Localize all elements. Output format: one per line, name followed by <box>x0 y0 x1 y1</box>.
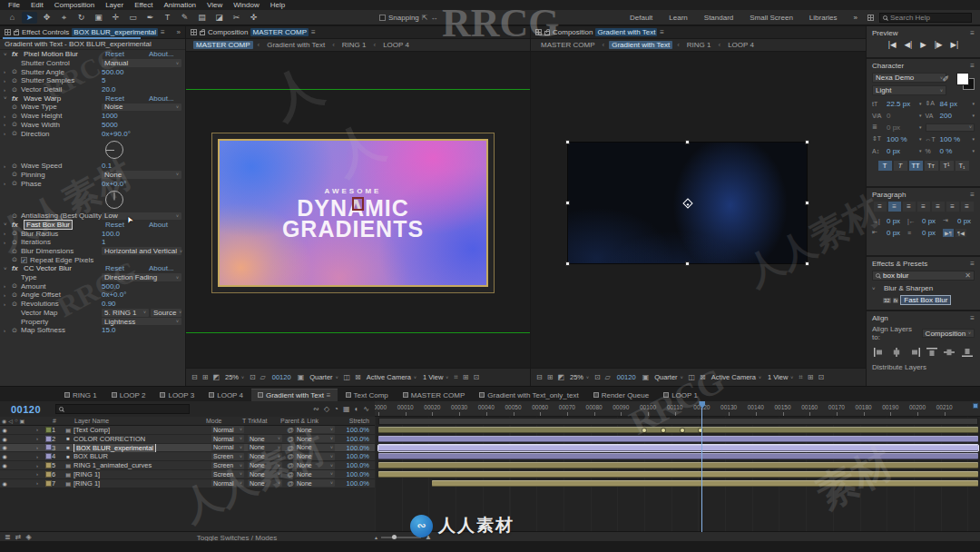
justify-last-right-button[interactable]: ≡ <box>946 202 959 212</box>
timeline-tab-text-comp[interactable]: Text Comp <box>339 389 395 401</box>
indent-left-field[interactable]: →|0 px <box>872 216 904 225</box>
layer-row-1[interactable]: ◉›1▤[Text Comp]Normal˅@None˅100.0% <box>0 426 375 435</box>
font-size-field[interactable]: tT22.5 px▾ <box>872 99 922 108</box>
menu-item-window[interactable]: Window <box>228 1 264 9</box>
motion-blur-icon[interactable]: ◐ <box>354 405 358 413</box>
effect-header-cc-vector-blur[interactable]: ˅fxCC Vector BlurResetAbout... <box>0 264 185 273</box>
panel-menu-icon[interactable]: ≡ <box>970 29 975 37</box>
timeline-link-icon[interactable]: ⌗ <box>798 373 804 382</box>
kerning-field[interactable]: V∕A0▾ <box>872 111 922 120</box>
composition-a-tab-target[interactable]: MASTER COMP <box>250 28 309 36</box>
font-style-select[interactable]: Light˅ <box>872 85 946 95</box>
workspace-overflow[interactable]: » <box>846 14 866 22</box>
guide-line-bottom[interactable] <box>186 332 530 333</box>
effect-header-wave-warp[interactable]: ˅fxWave WarpResetAbout... <box>0 94 185 103</box>
param-select[interactable]: Lightness˅ <box>102 318 181 326</box>
composition-a-tab-title[interactable]: Composition <box>208 28 248 36</box>
menu-item-edit[interactable]: Edit <box>25 1 49 9</box>
baseline-shift-field-value[interactable]: 0 px <box>887 147 900 155</box>
twirl-right-icon[interactable]: › <box>4 181 12 186</box>
fast-previews-icon[interactable]: ◫ <box>688 373 697 381</box>
brush-tool[interactable]: ✎ <box>177 12 192 24</box>
param-value[interactable]: 15.0 <box>102 326 116 334</box>
stroke-width-field[interactable]: ≣0 px▾ <box>872 123 922 132</box>
layer-label-chip[interactable] <box>45 471 52 478</box>
vertical-scale-field-value[interactable]: 100 % <box>887 135 907 143</box>
horizontal-scale-field-value[interactable]: 100 % <box>940 135 961 143</box>
anchor-point[interactable] <box>682 198 692 208</box>
stopwatch-icon[interactable]: ⊙ <box>12 230 21 237</box>
stopwatch-icon[interactable]: ⊙ <box>12 301 21 308</box>
fast-previews-icon[interactable]: ◫ <box>343 373 352 381</box>
twirl-right-icon[interactable]: › <box>4 240 12 245</box>
layer-parent-select[interactable]: None˅ <box>295 426 335 433</box>
tracking-field-value[interactable]: 200 <box>940 112 952 120</box>
workspace-standard[interactable]: Standard <box>696 14 741 22</box>
frame-blending-icon[interactable]: ▦ <box>343 405 350 413</box>
layer-stretch-value[interactable]: 100.0% <box>335 444 375 452</box>
snap-options-icon[interactable]: ↔ <box>431 14 438 22</box>
stopwatch-icon[interactable]: ⊙ <box>12 121 21 128</box>
reset-link[interactable]: Reset <box>105 50 149 58</box>
panel-menu-icon[interactable]: ≡ <box>970 314 975 322</box>
panel-menu-icon[interactable]: ≡ <box>161 28 165 36</box>
param-select[interactable]: Manual˅ <box>102 59 181 67</box>
composition-b-viewer[interactable] <box>531 52 866 368</box>
menu-item-layer[interactable]: Layer <box>100 1 129 9</box>
stopwatch-icon[interactable]: ⊙ <box>12 113 21 120</box>
subscript-button[interactable]: T₁ <box>956 161 969 171</box>
selection-handle[interactable] <box>685 261 690 266</box>
selection-handle[interactable] <box>805 201 809 205</box>
align-vertical-center-button[interactable] <box>944 347 955 357</box>
puppet-pin-tool[interactable]: ✜ <box>246 12 261 24</box>
work-area-end-handle[interactable] <box>973 403 978 409</box>
stepper-icon[interactable]: ▾ <box>919 113 922 118</box>
timeline-tab-loop-1[interactable]: LOOP 1 <box>657 389 704 401</box>
menu-item-help[interactable]: Help <box>265 1 290 9</box>
param-value[interactable]: 5000 <box>102 121 118 129</box>
layer-name[interactable]: [RING 1] <box>74 470 211 478</box>
stepper-icon[interactable]: ▾ <box>972 136 975 142</box>
menu-item-animation[interactable]: Animation <box>158 1 201 9</box>
layer-mode-select[interactable]: Screen˅ <box>211 462 244 469</box>
layer-mode-select[interactable]: Normal˅ <box>211 435 244 442</box>
panel-menu-icon[interactable]: ≡ <box>311 28 316 36</box>
timeline-tab-master-comp[interactable]: MASTER COMP <box>397 389 472 401</box>
tsume-field[interactable]: %0 %▾ <box>926 146 975 155</box>
layer-mode-select[interactable]: Screen˅ <box>211 470 244 478</box>
reset-link[interactable]: Reset <box>105 264 149 272</box>
layer-name[interactable]: BOX BLUR <box>74 452 211 460</box>
channel-icon[interactable]: ◩ <box>556 373 565 381</box>
twirl-down-icon[interactable]: ˅ <box>872 286 880 291</box>
layer-mode-select[interactable]: Normal˅ <box>211 426 244 433</box>
param-value[interactable]: 1000 <box>102 112 118 120</box>
param-select[interactable]: Noise˅ <box>102 104 181 112</box>
param-value[interactable]: 0.1 <box>102 162 112 170</box>
selected-layer-artwork[interactable] <box>567 142 808 264</box>
stroke-width-field-value[interactable]: 0 px <box>887 123 900 132</box>
eyedropper-icon[interactable]: ✐ <box>942 74 949 84</box>
orbit-camera-tool[interactable]: ↻ <box>74 12 89 24</box>
keyframe-marker[interactable] <box>681 429 684 432</box>
parent-pickwhip-icon[interactable]: @ <box>286 461 295 469</box>
layer-twirl-icon[interactable]: › <box>36 454 44 459</box>
twirl-right-icon[interactable]: › <box>4 87 12 93</box>
layer-parent-select[interactable]: None˅ <box>295 453 335 460</box>
faux-italic-button[interactable]: T <box>894 161 907 171</box>
layer-visibility-toggle[interactable]: ◉ <box>0 453 9 459</box>
indent-right-field[interactable]: |←0 px <box>907 216 939 225</box>
indent-right-field-value[interactable]: 0 px <box>922 217 936 225</box>
menu-item-composition[interactable]: Composition <box>49 1 100 9</box>
layer-trkmat-select[interactable]: None˅ <box>248 479 282 487</box>
justify-last-left-button[interactable]: ≡ <box>917 202 930 212</box>
panel-menu-icon[interactable]: ≡ <box>970 191 975 199</box>
stepper-icon[interactable]: ▾ <box>972 148 975 153</box>
layer-label-chip[interactable] <box>45 453 52 459</box>
work-area-bar[interactable] <box>378 418 978 425</box>
view-layout-select[interactable]: 1 View˅ <box>766 373 795 381</box>
space-before-field[interactable]: ⇥0 px <box>943 216 975 225</box>
align-to-select[interactable]: Composition˅ <box>922 329 975 338</box>
indent-left-field-value[interactable]: 0 px <box>887 217 900 225</box>
layer-parent-select[interactable]: None˅ <box>295 444 335 451</box>
twirl-right-icon[interactable]: › <box>4 328 12 333</box>
